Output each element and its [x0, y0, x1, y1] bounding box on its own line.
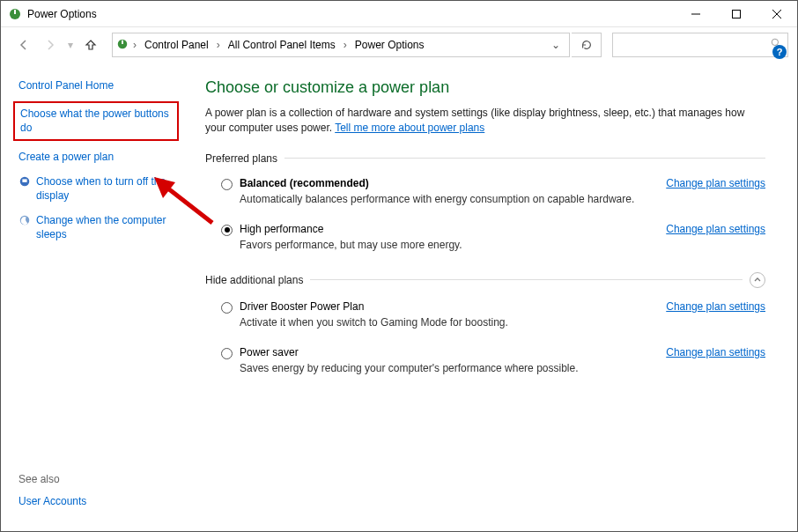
breadcrumb-item[interactable]: Control Panel	[141, 37, 212, 53]
svg-rect-1	[14, 10, 16, 14]
breadcrumb-dropdown[interactable]: ⌄	[546, 39, 565, 51]
change-plan-settings-link[interactable]: Change plan settings	[666, 346, 765, 358]
maximize-button[interactable]	[716, 1, 757, 27]
plan-description: Saves energy by reducing your computer's…	[240, 362, 652, 374]
svg-rect-7	[122, 40, 123, 43]
back-button[interactable]	[11, 33, 36, 57]
page-description: A power plan is a collection of hardware…	[205, 106, 765, 137]
chevron-up-icon[interactable]	[750, 272, 765, 288]
forward-button[interactable]	[38, 33, 63, 57]
see-also-user-accounts[interactable]: User Accounts	[18, 494, 174, 508]
change-plan-settings-link[interactable]: Change plan settings	[666, 300, 765, 313]
annotation-highlight: Choose what the power buttons do	[13, 101, 179, 140]
radio-button[interactable]	[221, 302, 233, 314]
svg-rect-3	[733, 10, 741, 18]
power-options-icon	[8, 7, 22, 21]
chevron-right-icon: ›	[214, 39, 223, 51]
window-title: Power Options	[27, 8, 97, 20]
plan-high-performance[interactable]: High performance Favors performance, but…	[205, 219, 765, 265]
close-button[interactable]	[757, 1, 797, 27]
refresh-button[interactable]	[572, 33, 602, 57]
address-bar: ▾ › Control Panel › All Control Panel It…	[1, 27, 797, 63]
help-icon[interactable]: ?	[772, 45, 787, 59]
plan-power-saver[interactable]: Power saver Saves energy by reducing you…	[205, 343, 765, 388]
sidebar-item-computer-sleeps[interactable]: Change when the computer sleeps	[36, 213, 174, 241]
breadcrumb-item[interactable]: Power Options	[351, 37, 428, 53]
plan-name: Power saver	[240, 346, 652, 358]
breadcrumb[interactable]: › Control Panel › All Control Panel Item…	[112, 33, 570, 57]
change-plan-settings-link[interactable]: Change plan settings	[666, 177, 765, 189]
breadcrumb-item[interactable]: All Control Panel Items	[225, 37, 339, 53]
sidebar: Control Panel Home Choose what the power…	[1, 63, 184, 532]
plan-description: Favors performance, but may use more ene…	[240, 239, 652, 251]
recent-locations-button[interactable]: ▾	[64, 33, 77, 57]
preferred-plans-label: Preferred plans	[205, 152, 765, 165]
display-icon	[18, 175, 31, 188]
sidebar-item-turn-off-display[interactable]: Choose when to turn off the display	[36, 174, 174, 203]
power-icon	[116, 38, 129, 53]
search-input[interactable]	[612, 33, 788, 57]
plan-description: Automatically balances performance with …	[240, 193, 652, 205]
hidden-plans-label[interactable]: Hide additional plans	[205, 272, 765, 288]
sleep-icon	[18, 214, 31, 226]
radio-button[interactable]	[221, 179, 233, 190]
change-plan-settings-link[interactable]: Change plan settings	[666, 223, 765, 235]
plan-driver-booster[interactable]: Driver Booster Power Plan Activate it wh…	[205, 297, 765, 343]
plan-name: High performance	[240, 223, 652, 235]
learn-more-link[interactable]: Tell me more about power plans	[335, 122, 484, 134]
plan-name: Driver Booster Power Plan	[240, 300, 652, 313]
plan-description: Activate it when you switch to Gaming Mo…	[240, 316, 652, 329]
chevron-right-icon: ›	[130, 39, 139, 51]
page-title: Choose or customize a power plan	[205, 78, 765, 97]
plan-name: Balanced (recommended)	[240, 177, 652, 189]
chevron-right-icon: ›	[341, 39, 350, 51]
sidebar-item-choose-buttons[interactable]: Choose what the power buttons do	[20, 107, 172, 135]
plan-balanced[interactable]: Balanced (recommended) Automatically bal…	[205, 174, 765, 219]
minimize-button[interactable]	[676, 1, 716, 27]
see-also-label: See also	[18, 473, 174, 485]
radio-button[interactable]	[221, 225, 233, 236]
radio-button[interactable]	[221, 348, 233, 359]
control-panel-home-link[interactable]: Control Panel Home	[18, 78, 174, 92]
up-button[interactable]	[78, 33, 103, 57]
titlebar: Power Options	[1, 1, 797, 27]
sidebar-item-create-plan[interactable]: Create a power plan	[18, 150, 114, 164]
main-content: Choose or customize a power plan A power…	[184, 63, 797, 532]
svg-rect-11	[22, 179, 26, 182]
